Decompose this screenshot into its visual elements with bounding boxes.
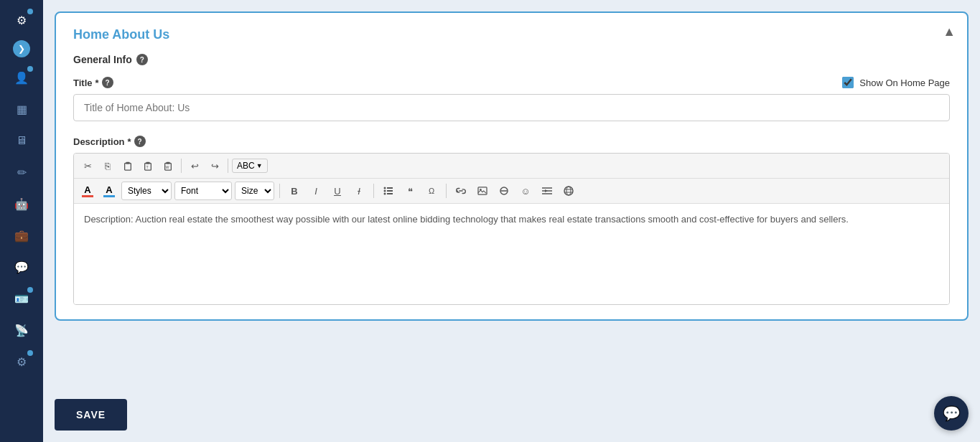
svg-rect-0 [125,164,131,171]
paste-text-button[interactable]: T [139,156,157,175]
svg-point-12 [384,193,386,195]
paste-word-button[interactable]: W [159,156,177,175]
chat-bubble-button[interactable]: 💬 [934,396,969,431]
user-badge [27,66,33,72]
gear2-badge [27,350,33,356]
save-bar: SAVE [43,387,139,442]
user-plus-icon[interactable]: 👤 [7,63,36,92]
sidebar-toggle[interactable]: ❯ [13,40,30,57]
briefcase-icon[interactable]: 💼 [7,221,36,250]
indent-button[interactable] [538,182,556,200]
title-row: Title * ? Show On Home Page [73,77,950,88]
svg-point-8 [384,187,386,189]
id-card-icon[interactable]: 🪪 [7,284,36,313]
cut-button[interactable]: ✂ [78,156,97,175]
bold-button[interactable]: B [285,182,304,200]
editor-toolbar-top: ✂ ⎘ T W ↩ ↪ ABC ▼ [74,154,949,179]
collapse-button[interactable]: ▲ [943,24,956,39]
general-info-help-icon[interactable]: ? [136,54,148,65]
font-color-button[interactable]: A [78,182,97,200]
italic-button[interactable]: I [307,182,325,200]
font-color-bar [82,195,93,197]
redo-button[interactable]: ↪ [205,156,224,175]
rss-icon[interactable]: 📡 [7,316,36,344]
editor-text: Description: Auction real estate the smo… [84,214,849,225]
grid-icon[interactable]: ▦ [7,95,36,123]
toolbar-sep-5 [446,184,447,198]
size-dropdown[interactable]: Size [235,182,274,200]
bg-color-button[interactable]: A [100,182,118,200]
blockquote-button[interactable]: ❝ [401,182,419,200]
svg-point-10 [384,190,386,192]
styles-dropdown[interactable]: Styles [121,182,172,200]
rich-text-editor: ✂ ⎘ T W ↩ ↪ ABC ▼ [73,153,950,305]
svg-rect-3 [146,162,149,164]
svg-point-22 [566,187,571,195]
bg-color-bar [103,195,115,197]
general-info-section: General Info ? [73,54,950,65]
svg-rect-11 [387,190,393,192]
title-required: * [95,77,99,88]
title-help-icon[interactable]: ? [102,77,113,88]
svg-text:W: W [166,165,169,169]
link-button[interactable] [452,182,470,200]
toolbar-sep-3 [279,184,280,198]
toolbar-sep-1 [181,159,182,173]
svg-text:T: T [146,165,149,169]
undo-button[interactable]: ↩ [185,156,204,175]
spell-check-button[interactable]: ABC ▼ [232,159,268,173]
paste-button[interactable] [118,156,137,175]
editor-content-area[interactable]: Description: Auction real estate the smo… [74,204,949,304]
description-help-icon[interactable]: ? [134,136,146,147]
main-content: Home About Us ▲ General Info ? Title * ?… [43,0,980,442]
block-button[interactable] [495,182,513,200]
home-about-us-card: Home About Us ▲ General Info ? Title * ?… [55,11,969,321]
monitor-icon[interactable]: 🖥 [7,126,36,155]
svg-rect-13 [387,193,393,194]
bullet-list-button[interactable] [379,182,398,200]
copy-button[interactable]: ⎘ [98,156,117,175]
show-on-home-row: Show On Home Page [842,77,950,88]
toolbar-sep-4 [373,184,374,198]
robot-icon[interactable]: 🤖 [7,189,36,218]
pen-icon[interactable]: ✏ [7,158,36,187]
show-on-home-label: Show On Home Page [859,77,950,88]
title-label-text: Title [73,77,93,88]
globe-button[interactable] [559,182,578,200]
special-chars-button[interactable]: Ω [422,182,441,200]
toolbar-sep-2 [228,159,228,173]
id-badge [27,287,33,293]
editor-toolbar-bottom: A A Styles Font Size [74,179,949,204]
card-title: Home About Us [73,27,950,42]
svg-rect-14 [478,187,487,194]
emoji-button[interactable]: ☺ [516,182,535,200]
title-field-label: Title * ? [73,77,113,88]
gear2-icon[interactable]: ⚙ [7,347,36,376]
svg-rect-9 [387,187,393,189]
description-field-label: Description * ? [73,136,950,147]
font-dropdown[interactable]: Font [174,182,232,200]
show-on-home-checkbox[interactable] [842,77,854,88]
svg-point-21 [564,187,573,195]
description-required: * [128,136,131,147]
chat-icon[interactable]: 💬 [7,253,36,281]
svg-rect-1 [126,162,129,164]
image-button[interactable] [473,182,492,200]
settings-badge [27,9,33,14]
underline-button[interactable]: U [328,182,347,200]
general-info-label: General Info [73,54,132,65]
save-button[interactable]: SAVE [55,399,127,431]
description-label-text: Description [73,136,125,147]
svg-rect-6 [166,162,169,164]
strikethrough-button[interactable]: I [350,182,368,200]
title-input[interactable] [73,94,950,121]
sidebar: ⚙ ❯ 👤 ▦ 🖥 ✏ 🤖 💼 💬 🪪 📡 ⚙ [0,0,43,442]
settings-icon[interactable]: ⚙ [7,6,36,34]
